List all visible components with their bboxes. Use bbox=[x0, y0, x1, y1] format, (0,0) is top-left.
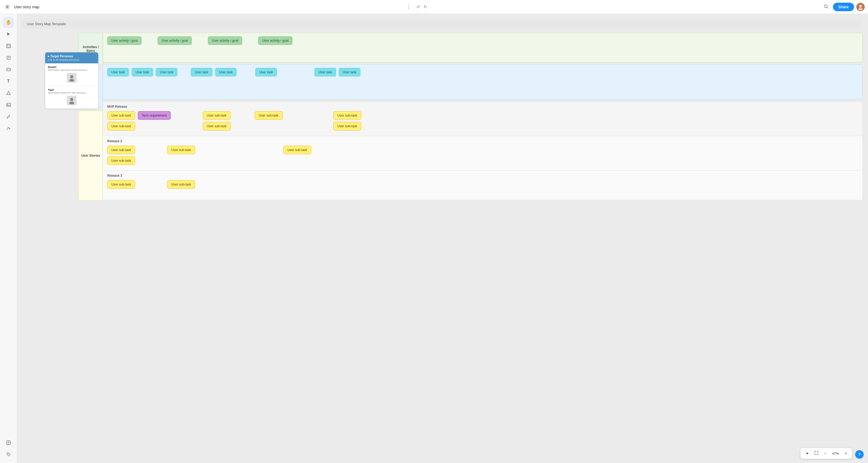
mvp-subtask-3-1[interactable]: User sub-task bbox=[333, 122, 361, 130]
undo-redo-group: ↺ ↻ bbox=[415, 3, 429, 10]
svg-point-30 bbox=[69, 102, 74, 104]
feature-task-0-1[interactable]: User task bbox=[132, 68, 153, 76]
sidebar-tool-shape[interactable] bbox=[3, 88, 14, 98]
mvp-subtask-3-0[interactable]: User sub-task bbox=[333, 111, 361, 120]
mvp-col-2: User sub-task bbox=[255, 111, 283, 122]
svg-rect-11 bbox=[7, 56, 10, 59]
mvp-subtask-1-1[interactable]: User sub-task bbox=[203, 122, 230, 130]
sparkle-button[interactable]: ✦ bbox=[804, 450, 810, 457]
zoom-out-button[interactable]: − bbox=[822, 450, 828, 457]
zoom-level: 47% bbox=[830, 452, 841, 456]
r2-subtask-1-0[interactable]: User sub-task bbox=[167, 146, 195, 154]
feature-task-1-1[interactable]: User task bbox=[215, 68, 237, 76]
persona-name-yael: Yael bbox=[48, 88, 95, 92]
svg-rect-9 bbox=[7, 44, 10, 48]
persona-item-yael[interactable]: Yael Information about the Yael persona.… bbox=[45, 86, 98, 108]
sidebar-tool-text[interactable]: T bbox=[3, 76, 14, 87]
svg-rect-2 bbox=[6, 7, 8, 7]
feature-task-3-0[interactable]: User task bbox=[314, 68, 336, 76]
svg-rect-10 bbox=[7, 45, 10, 47]
svg-line-22 bbox=[7, 118, 7, 119]
sidebar-tool-tag[interactable] bbox=[3, 449, 14, 460]
release-block-r2: Release 2 User sub-task User sub-task bbox=[103, 136, 862, 170]
features-section: User task User task User task User task … bbox=[103, 64, 863, 99]
activity-card-2[interactable]: User activity / goal bbox=[208, 36, 242, 45]
sidebar-tool-frame[interactable] bbox=[3, 41, 14, 51]
persona-desc-dmitri: Information about the Dmitri persona... bbox=[48, 69, 95, 71]
r3-subtask-1-0[interactable]: User sub-task bbox=[167, 180, 195, 189]
mvp-col-3: User sub-task User sub-task bbox=[333, 111, 361, 133]
r2-subtask-0-1[interactable]: User sub-task bbox=[107, 156, 135, 165]
svg-point-4 bbox=[825, 4, 827, 7]
mvp-col-1: User sub-task User sub-task bbox=[203, 111, 230, 133]
svg-point-27 bbox=[70, 75, 73, 78]
activity-card-1[interactable]: User activity / goal bbox=[158, 36, 192, 45]
personas-subtext: Link to all company personas bbox=[48, 59, 95, 61]
mvp-subtask-0-1[interactable]: User sub-task bbox=[107, 122, 135, 130]
feature-group-0: User task User task User task bbox=[107, 68, 177, 76]
personas-card[interactable]: ▸ Target Personas Link to all company pe… bbox=[45, 52, 98, 109]
svg-point-26 bbox=[7, 454, 8, 454]
topbar: User story map ⋮ ↺ ↻ Share bbox=[0, 0, 868, 14]
svg-point-7 bbox=[859, 5, 862, 7]
release-block-r3: Release 3 User sub-task bbox=[103, 170, 862, 200]
release-name-r3: Release 3 bbox=[107, 174, 858, 177]
sidebar-tool-select[interactable] bbox=[3, 29, 14, 39]
persona-item-dmitri[interactable]: Dmitri Information about the Dmitri pers… bbox=[45, 63, 98, 86]
svg-point-28 bbox=[69, 79, 74, 81]
canvas: User Story Map Template ▸ Target Persona… bbox=[17, 14, 868, 463]
persona-avatar-dmitri bbox=[67, 73, 76, 82]
activity-card-3[interactable]: User activity / goal bbox=[258, 36, 292, 45]
sidebar-tool-embed[interactable] bbox=[3, 64, 14, 75]
svg-line-5 bbox=[827, 7, 828, 8]
mvp-subtask-2-0[interactable]: User sub-task bbox=[255, 111, 283, 120]
undo-button[interactable]: ↺ bbox=[415, 3, 422, 10]
sidebar-tool-pen[interactable] bbox=[3, 111, 14, 122]
svg-point-8 bbox=[858, 8, 863, 10]
activity-card-0[interactable]: User activity / goal bbox=[107, 36, 142, 45]
svg-point-29 bbox=[70, 98, 73, 101]
r2-subtask-3-0[interactable]: User sub-task bbox=[283, 146, 311, 154]
main-content: User activity / goal User activity / goa… bbox=[103, 33, 863, 200]
sidebar-tool-table[interactable] bbox=[3, 437, 14, 448]
personas-header: ▸ Target Personas Link to all company pe… bbox=[45, 53, 98, 63]
feature-task-0-0[interactable]: User task bbox=[107, 68, 129, 76]
r3-col-0: User sub-task bbox=[107, 180, 135, 191]
user-stories-section: MVP Release User sub-task Tech requireme… bbox=[103, 101, 863, 200]
feature-task-0-2[interactable]: User task bbox=[156, 68, 177, 76]
mvp-subtask-0-0[interactable]: User sub-task bbox=[107, 111, 135, 120]
feature-group-1: User task User task bbox=[191, 68, 237, 76]
zoom-in-button[interactable]: + bbox=[843, 450, 849, 457]
share-button[interactable]: Share bbox=[833, 3, 854, 11]
template-bar: User Story Map Template bbox=[23, 19, 863, 29]
r2-subtask-0-0[interactable]: User sub-task bbox=[107, 146, 135, 154]
mvp-col-0: User sub-task Tech requirement User sub-… bbox=[107, 111, 171, 133]
sidebar: ✋ T bbox=[0, 14, 17, 463]
avatar bbox=[856, 3, 865, 11]
bottombar: ✦ − 47% + bbox=[801, 448, 852, 459]
feature-group-3: User task User task bbox=[314, 68, 360, 76]
mvp-subtask-1-0[interactable]: User sub-task bbox=[203, 111, 230, 120]
persona-desc-yael: Information about the Yael persona... bbox=[48, 92, 95, 94]
sidebar-tool-hand[interactable]: ✋ bbox=[3, 17, 14, 28]
sidebar-tool-sticky[interactable] bbox=[3, 53, 14, 63]
mvp-tech-req[interactable]: Tech requirement bbox=[138, 111, 171, 120]
svg-rect-1 bbox=[6, 6, 9, 6]
sidebar-tool-image[interactable] bbox=[3, 99, 14, 110]
svg-line-16 bbox=[7, 69, 8, 70]
feature-task-2-0[interactable]: User task bbox=[255, 68, 277, 76]
r2-col-3: User sub-task bbox=[283, 146, 311, 156]
r2-col-0: User sub-task User sub-task bbox=[107, 146, 135, 167]
redo-button[interactable]: ↻ bbox=[422, 3, 429, 10]
help-button[interactable]: ? bbox=[855, 450, 864, 459]
persona-name-dmitri: Dmitri bbox=[48, 66, 95, 69]
feature-task-1-0[interactable]: User task bbox=[191, 68, 213, 76]
feature-task-3-1[interactable]: User task bbox=[339, 68, 361, 76]
sidebar-tool-draw[interactable] bbox=[3, 123, 14, 134]
r2-col-1: User sub-task bbox=[167, 146, 195, 156]
r3-subtask-0-0[interactable]: User sub-task bbox=[107, 180, 135, 189]
search-button[interactable] bbox=[821, 2, 831, 12]
release-name-mvp: MVP Release bbox=[107, 105, 858, 108]
more-options-button[interactable]: ⋮ bbox=[405, 3, 412, 11]
fullscreen-button[interactable] bbox=[813, 450, 820, 457]
